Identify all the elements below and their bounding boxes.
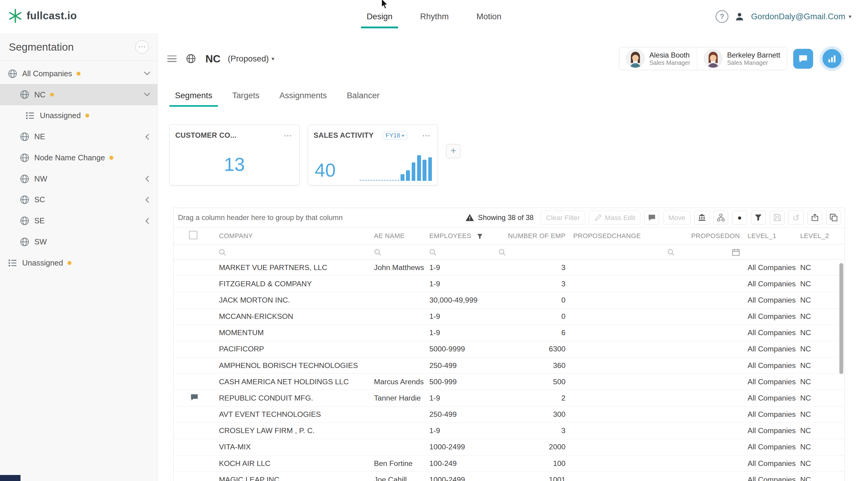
- filter-cell-company[interactable]: [215, 245, 370, 259]
- column-filter-icon[interactable]: [477, 233, 483, 239]
- row-select-cell[interactable]: [174, 439, 215, 455]
- filter-cell-level2[interactable]: [796, 245, 845, 259]
- row-select-cell[interactable]: [174, 341, 215, 357]
- table-row[interactable]: CASH AMERICA NET HOLDINGS LLC Marcus Are…: [174, 374, 845, 390]
- table-row[interactable]: MARKET VUE PARTNERS, LLC John Matthews 1…: [174, 259, 845, 276]
- row-select-cell[interactable]: [174, 357, 215, 374]
- chevron-left-icon[interactable]: [144, 218, 150, 224]
- column-header-proposedon[interactable]: PROPOSEDON: [663, 228, 744, 245]
- user-menu[interactable]: GordonDaly@Gmail.Com ▾: [751, 12, 851, 22]
- row-select-cell[interactable]: [174, 472, 215, 481]
- analytics-button[interactable]: [823, 49, 841, 68]
- column-header-number-of-emp[interactable]: NUMBER OF EMP: [495, 228, 569, 245]
- calendar-icon[interactable]: [732, 248, 740, 256]
- nav-tab-design[interactable]: Design: [366, 0, 394, 33]
- ellipsis-menu-icon[interactable]: ⋯: [421, 130, 432, 140]
- tab-targets[interactable]: Targets: [227, 86, 265, 107]
- ellipsis-menu-icon[interactable]: ⋯: [282, 130, 294, 140]
- row-select-cell[interactable]: [174, 292, 215, 308]
- tab-balancer[interactable]: Balancer: [341, 86, 385, 107]
- row-select-cell[interactable]: [174, 308, 215, 325]
- column-header-ae-name[interactable]: AE NAME: [370, 228, 426, 245]
- chevron-down-icon[interactable]: [144, 70, 150, 77]
- tab-assignments[interactable]: Assignments: [274, 86, 333, 107]
- filter-cell-number-of-emp[interactable]: [495, 245, 569, 259]
- mass-edit-button[interactable]: Mass Edit: [589, 211, 641, 225]
- row-select-cell[interactable]: [174, 406, 215, 422]
- row-select-cell[interactable]: [174, 455, 215, 472]
- app-logo[interactable]: fullcast.io: [8, 8, 77, 24]
- table-row[interactable]: JACK MORTON INC. 30,000-49,999 0 All Com…: [174, 292, 845, 308]
- chevron-left-icon[interactable]: [144, 133, 150, 140]
- vertical-scrollbar-thumb[interactable]: [839, 263, 843, 374]
- sidebar-item-nc[interactable]: NC: [0, 84, 157, 105]
- column-header-level1[interactable]: LEVEL_1: [744, 228, 796, 245]
- help-icon[interactable]: ?: [715, 10, 728, 23]
- add-card-button[interactable]: +: [446, 144, 461, 159]
- save-button[interactable]: [770, 211, 785, 225]
- sidebar-item-ne[interactable]: NE: [0, 126, 157, 148]
- sales-activity-bars: [401, 155, 432, 181]
- comment-toolbar-button[interactable]: [644, 211, 659, 225]
- chevron-left-icon[interactable]: [144, 175, 150, 182]
- table-row[interactable]: AVT EVENT TECHNOLOGIES 250-499 300 All C…: [174, 406, 845, 422]
- node-state-dropdown[interactable]: (Proposed) ▾: [228, 54, 275, 64]
- tab-segments[interactable]: Segments: [169, 86, 218, 107]
- export-button[interactable]: [807, 211, 823, 225]
- sidebar-item-sc[interactable]: SC: [0, 189, 157, 211]
- chevron-down-icon[interactable]: [144, 91, 150, 98]
- table-row[interactable]: MOMENTUM 1-9 6 All Companies NC: [174, 325, 845, 341]
- copy-button[interactable]: [826, 211, 841, 225]
- sidebar-item-unassigned-nc[interactable]: Unassigned: [0, 105, 157, 126]
- record-button[interactable]: ●: [732, 211, 747, 225]
- hierarchy-button[interactable]: [713, 211, 728, 225]
- filter-button[interactable]: [751, 211, 766, 225]
- column-header-employees[interactable]: EMPLOYEES: [426, 228, 495, 245]
- row-select-cell[interactable]: [174, 390, 215, 406]
- column-header-proposedchange[interactable]: PROPOSEDCHANGE: [569, 228, 663, 245]
- row-select-cell[interactable]: [174, 374, 215, 390]
- table-row[interactable]: PACIFICORP 5000-9999 6300 All Companies …: [174, 341, 845, 357]
- sidebar-item-node-name-change[interactable]: Node Name Change: [0, 147, 157, 168]
- nav-tab-rhythm[interactable]: Rhythm: [419, 0, 450, 33]
- nav-tab-motion[interactable]: Motion: [475, 0, 502, 33]
- menu-icon[interactable]: [167, 56, 177, 62]
- chat-button[interactable]: [793, 49, 813, 69]
- sidebar-item-nw[interactable]: NW: [0, 168, 157, 189]
- row-select-cell[interactable]: [174, 276, 215, 292]
- filter-cell-ae-name[interactable]: [370, 245, 426, 259]
- chevron-left-icon[interactable]: [144, 196, 150, 203]
- table-row[interactable]: REPUBLIC CONDUIT MFG. Tanner Hardie 1-9 …: [174, 390, 845, 406]
- person-card[interactable]: Alesia Booth Sales Manager: [619, 47, 697, 70]
- more-menu-icon[interactable]: ⋯: [135, 40, 149, 54]
- column-header-level2[interactable]: LEVEL_2: [796, 228, 845, 245]
- move-button[interactable]: Move: [663, 211, 690, 225]
- sidebar-item-sw[interactable]: SW: [0, 231, 157, 253]
- table-row[interactable]: VITA-MIX 1000-2499 2000 All Companies NC: [174, 439, 845, 455]
- row-select-cell[interactable]: [174, 259, 215, 276]
- sidebar-item-unassigned-root[interactable]: Unassigned: [0, 252, 157, 274]
- table-row[interactable]: AMPHENOL BORISCH TECHNOLOGIES 250-499 36…: [174, 357, 845, 374]
- person-name: Alesia Booth: [649, 51, 690, 59]
- sidebar-item-all-companies[interactable]: All Companies: [0, 63, 157, 84]
- proposedchange-cell: [569, 276, 663, 292]
- filter-cell-level1[interactable]: [744, 245, 796, 259]
- filter-cell-proposedchange[interactable]: [569, 245, 663, 259]
- table-row[interactable]: CROSLEY LAW FIRM , P. C. 1-9 3 All Compa…: [174, 422, 845, 439]
- table-row[interactable]: MCCANN-ERICKSON 1-9 0 All Companies NC: [174, 308, 845, 325]
- column-header-company[interactable]: COMPANY: [215, 228, 370, 245]
- table-row[interactable]: KOCH AIR LLC Ben Fortine 100-249 100 All…: [174, 455, 845, 472]
- account-view-button[interactable]: [694, 211, 710, 225]
- sidebar-item-se[interactable]: SE: [0, 211, 157, 231]
- select-all-checkbox[interactable]: [189, 231, 197, 239]
- table-row[interactable]: FITZGERALD & COMPANY 1-9 3 All Companies…: [174, 276, 845, 292]
- undo-button[interactable]: ↺: [788, 211, 804, 225]
- clear-filter-button[interactable]: Clear Filter: [541, 211, 585, 225]
- person-card[interactable]: Berkeley Barnett Sales Manager: [697, 47, 787, 70]
- filter-cell-employees[interactable]: [426, 245, 495, 259]
- fiscal-year-select[interactable]: FY18 ▾: [382, 131, 407, 140]
- table-row[interactable]: MAGIC LEAP INC. Joe Cahill 1000-2499 100…: [174, 472, 845, 481]
- filter-cell-proposedon[interactable]: [663, 245, 744, 259]
- row-select-cell[interactable]: [174, 325, 215, 341]
- row-select-cell[interactable]: [174, 422, 215, 439]
